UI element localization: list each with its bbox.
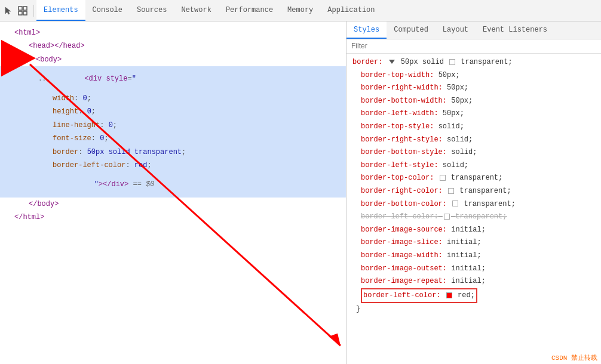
svg-rect-0 <box>19 7 22 10</box>
closing-brace: } <box>351 303 596 316</box>
css-properties: border: 50px solid transparent; border-t… <box>347 54 601 364</box>
css-prop-border-left-color-struck[interactable]: border-left-color: transparent; <box>351 211 596 224</box>
tab-network[interactable]: Network <box>174 0 218 21</box>
css-prop-border-image-slice[interactable]: border-image-slice: initial; <box>351 236 596 249</box>
tab-performance[interactable]: Performance <box>219 0 280 21</box>
tree-div-lineheight[interactable]: line-height: 0; <box>0 119 346 132</box>
svg-rect-3 <box>23 11 27 15</box>
css-prop-border-bottom-width[interactable]: border-bottom-width: 50px; <box>351 95 596 108</box>
filter-input[interactable] <box>351 42 596 50</box>
tab-elements[interactable]: Elements <box>36 0 85 21</box>
tree-html-close[interactable]: </html> <box>0 211 346 224</box>
css-prop-border-left-width[interactable]: border-left-width: 50px; <box>351 107 596 121</box>
css-prop-border-image-repeat[interactable]: border-image-repeat: initial; <box>351 275 596 288</box>
tree-div-width[interactable]: width: 0; <box>0 92 346 105</box>
css-prop-border-left-color-red[interactable]: border-left-color: red; <box>351 288 596 304</box>
tab-application[interactable]: Application <box>320 0 382 21</box>
html-tree: <html> <head></head> ▼<body> ... <div st… <box>0 21 346 229</box>
tab-layout[interactable]: Layout <box>436 21 476 39</box>
css-prop-border-top-style[interactable]: border-top-style: solid; <box>351 121 596 134</box>
styles-tab-bar: Styles Computed Layout Event Listeners <box>347 21 601 39</box>
css-prop-border-bottom-style[interactable]: border-bottom-style: solid; <box>351 146 596 159</box>
css-prop-border-image-outset[interactable]: border-image-outset: initial; <box>351 263 596 276</box>
css-prop-border-right-color[interactable]: border-right-color: transparent; <box>351 185 596 198</box>
svg-rect-2 <box>19 11 22 15</box>
tree-div-border[interactable]: border: 50px solid transparent; <box>0 146 346 159</box>
tab-memory[interactable]: Memory <box>280 0 320 21</box>
main-content: <html> <head></head> ▼<body> ... <div st… <box>0 21 601 364</box>
tab-sources[interactable]: Sources <box>130 0 174 21</box>
tab-event-listeners[interactable]: Event Listeners <box>476 21 554 39</box>
tab-computed[interactable]: Computed <box>387 21 436 39</box>
cursor-icon[interactable] <box>2 5 14 17</box>
filter-bar <box>347 39 601 54</box>
toolbar-icons <box>2 5 34 17</box>
elements-panel: <html> <head></head> ▼<body> ... <div st… <box>0 21 347 364</box>
inspect-icon[interactable] <box>17 5 29 17</box>
css-prop-border-left-style[interactable]: border-left-style: solid; <box>351 159 596 172</box>
watermark: CSDN 禁止转载 <box>549 353 600 363</box>
tree-div-fontsize[interactable]: font-size: 0; <box>0 132 346 145</box>
tree-body[interactable]: ▼<body> <box>0 53 346 66</box>
svg-marker-6 <box>329 334 341 346</box>
tree-div-open[interactable]: ... <div style=" <box>0 66 346 92</box>
devtools-toolbar: Elements Console Sources Network Perform… <box>0 0 601 21</box>
svg-rect-1 <box>23 7 27 10</box>
tree-div-close[interactable]: "></div> == $0 <box>0 172 346 198</box>
tree-div-borderleftcolor[interactable]: border-left-color: red; <box>0 159 346 172</box>
tree-html[interactable]: <html> <box>0 26 346 39</box>
css-prop-border-right-width[interactable]: border-right-width: 50px; <box>351 82 596 95</box>
tab-styles[interactable]: Styles <box>347 21 387 39</box>
css-prop-border-top-color[interactable]: border-top-color: transparent; <box>351 172 596 185</box>
css-prop-border[interactable]: border: 50px solid transparent; <box>351 56 596 69</box>
tree-div-height[interactable]: height: 0; <box>0 105 346 118</box>
css-prop-border-image-width[interactable]: border-image-width: initial; <box>351 249 596 263</box>
tree-head[interactable]: <head></head> <box>0 39 346 53</box>
css-prop-border-image-source[interactable]: border-image-source: initial; <box>351 224 596 237</box>
tree-body-close[interactable]: </body> <box>0 198 346 211</box>
css-prop-border-top-width[interactable]: border-top-width: 50px; <box>351 69 596 82</box>
css-prop-border-right-style[interactable]: border-right-style: solid; <box>351 134 596 147</box>
tab-console[interactable]: Console <box>85 0 130 21</box>
css-prop-border-bottom-color[interactable]: border-bottom-color: transparent; <box>351 198 596 211</box>
styles-panel: Styles Computed Layout Event Listeners b… <box>347 21 601 364</box>
main-tab-bar: Elements Console Sources Network Perform… <box>36 0 382 21</box>
